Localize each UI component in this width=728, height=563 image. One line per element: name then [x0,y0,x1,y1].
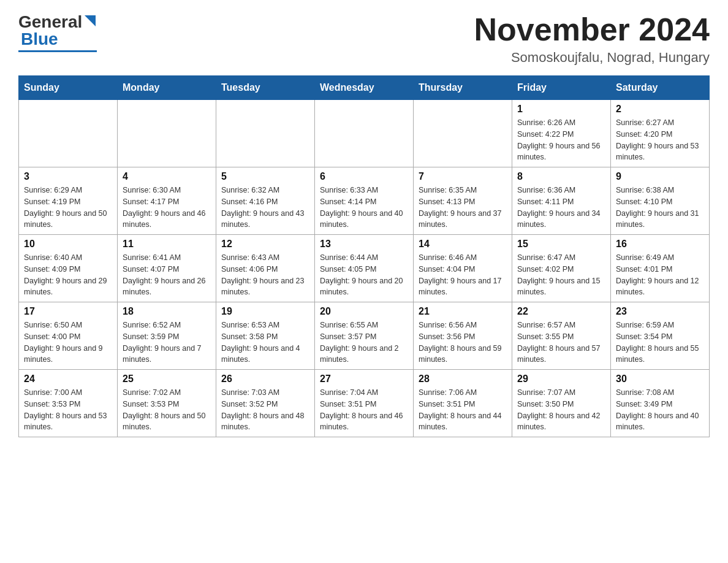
calendar-cell: 10Sunrise: 6:40 AMSunset: 4:09 PMDayligh… [19,235,118,302]
day-info: Sunrise: 6:47 AMSunset: 4:02 PMDaylight:… [517,252,605,298]
day-number: 28 [419,373,507,385]
logo-triangle-icon [83,14,97,28]
logo-underline [18,50,97,52]
calendar-cell: 12Sunrise: 6:43 AMSunset: 4:06 PMDayligh… [216,235,315,302]
calendar-cell: 1Sunrise: 6:26 AMSunset: 4:22 PMDaylight… [512,100,611,167]
day-number: 25 [123,373,211,385]
calendar-cell: 23Sunrise: 6:59 AMSunset: 3:54 PMDayligh… [611,302,710,370]
day-info: Sunrise: 7:06 AMSunset: 3:51 PMDaylight:… [419,387,507,433]
day-info: Sunrise: 6:50 AMSunset: 4:00 PMDaylight:… [24,320,112,366]
col-header-sunday: Sunday [19,76,118,100]
day-number: 22 [517,306,605,317]
logo: General Blue [18,12,97,52]
calendar-cell: 20Sunrise: 6:55 AMSunset: 3:57 PMDayligh… [315,302,414,370]
svg-marker-0 [85,15,96,26]
day-info: Sunrise: 6:56 AMSunset: 3:56 PMDaylight:… [419,320,507,366]
day-number: 10 [24,239,112,250]
day-info: Sunrise: 6:29 AMSunset: 4:19 PMDaylight:… [24,185,112,231]
day-info: Sunrise: 6:32 AMSunset: 4:16 PMDaylight:… [221,185,309,231]
day-info: Sunrise: 6:33 AMSunset: 4:14 PMDaylight:… [320,185,408,231]
day-info: Sunrise: 6:41 AMSunset: 4:07 PMDaylight:… [123,252,211,298]
col-header-monday: Monday [118,76,216,100]
calendar-cell: 3Sunrise: 6:29 AMSunset: 4:19 PMDaylight… [19,167,118,235]
month-title: November 2024 [474,12,710,47]
calendar-cell: 22Sunrise: 6:57 AMSunset: 3:55 PMDayligh… [512,302,611,370]
day-number: 9 [616,171,704,182]
col-header-thursday: Thursday [414,76,512,100]
day-number: 21 [419,306,507,317]
calendar-cell: 11Sunrise: 6:41 AMSunset: 4:07 PMDayligh… [118,235,216,302]
day-number: 20 [320,306,408,317]
day-number: 24 [24,373,112,385]
calendar-cell: 25Sunrise: 7:02 AMSunset: 3:53 PMDayligh… [118,370,216,437]
week-row-1: 1Sunrise: 6:26 AMSunset: 4:22 PMDaylight… [19,100,710,167]
day-info: Sunrise: 6:59 AMSunset: 3:54 PMDaylight:… [616,320,704,366]
col-header-friday: Friday [512,76,611,100]
day-number: 12 [221,239,309,250]
day-info: Sunrise: 6:36 AMSunset: 4:11 PMDaylight:… [517,185,605,231]
day-info: Sunrise: 7:03 AMSunset: 3:52 PMDaylight:… [221,387,309,433]
col-header-tuesday: Tuesday [216,76,315,100]
day-info: Sunrise: 6:49 AMSunset: 4:01 PMDaylight:… [616,252,704,298]
calendar-cell: 27Sunrise: 7:04 AMSunset: 3:51 PMDayligh… [315,370,414,437]
day-info: Sunrise: 6:57 AMSunset: 3:55 PMDaylight:… [517,320,605,366]
week-row-2: 3Sunrise: 6:29 AMSunset: 4:19 PMDaylight… [19,167,710,235]
day-number: 11 [123,239,211,250]
day-info: Sunrise: 6:52 AMSunset: 3:59 PMDaylight:… [123,320,211,366]
day-info: Sunrise: 6:27 AMSunset: 4:20 PMDaylight:… [616,117,704,163]
day-info: Sunrise: 6:26 AMSunset: 4:22 PMDaylight:… [517,117,605,163]
day-info: Sunrise: 6:46 AMSunset: 4:04 PMDaylight:… [419,252,507,298]
calendar-cell: 29Sunrise: 7:07 AMSunset: 3:50 PMDayligh… [512,370,611,437]
calendar-cell: 7Sunrise: 6:35 AMSunset: 4:13 PMDaylight… [414,167,512,235]
location-subtitle: Somoskoujfalu, Nograd, Hungary [474,50,710,66]
page-header: General Blue November 2024 Somoskoujfalu… [18,12,710,66]
day-number: 4 [123,171,211,182]
day-number: 3 [24,171,112,182]
calendar-cell: 14Sunrise: 6:46 AMSunset: 4:04 PMDayligh… [414,235,512,302]
day-info: Sunrise: 7:00 AMSunset: 3:53 PMDaylight:… [24,387,112,433]
day-info: Sunrise: 6:35 AMSunset: 4:13 PMDaylight:… [419,185,507,231]
calendar-cell: 28Sunrise: 7:06 AMSunset: 3:51 PMDayligh… [414,370,512,437]
day-number: 14 [419,239,507,250]
day-number: 26 [221,373,309,385]
calendar-header-row: SundayMondayTuesdayWednesdayThursdayFrid… [19,76,710,100]
day-info: Sunrise: 7:04 AMSunset: 3:51 PMDaylight:… [320,387,408,433]
calendar-cell [216,100,315,167]
logo-text-blue: Blue [21,29,58,49]
calendar-cell: 4Sunrise: 6:30 AMSunset: 4:17 PMDaylight… [118,167,216,235]
calendar-cell: 15Sunrise: 6:47 AMSunset: 4:02 PMDayligh… [512,235,611,302]
day-number: 15 [517,239,605,250]
day-info: Sunrise: 7:08 AMSunset: 3:49 PMDaylight:… [616,387,704,433]
day-number: 8 [517,171,605,182]
calendar-cell: 9Sunrise: 6:38 AMSunset: 4:10 PMDaylight… [611,167,710,235]
day-info: Sunrise: 6:30 AMSunset: 4:17 PMDaylight:… [123,185,211,231]
calendar-cell: 19Sunrise: 6:53 AMSunset: 3:58 PMDayligh… [216,302,315,370]
day-number: 13 [320,239,408,250]
calendar-cell: 18Sunrise: 6:52 AMSunset: 3:59 PMDayligh… [118,302,216,370]
calendar-cell: 16Sunrise: 6:49 AMSunset: 4:01 PMDayligh… [611,235,710,302]
calendar-table: SundayMondayTuesdayWednesdayThursdayFrid… [18,75,710,437]
day-info: Sunrise: 7:02 AMSunset: 3:53 PMDaylight:… [123,387,211,433]
calendar-cell [19,100,118,167]
day-info: Sunrise: 6:43 AMSunset: 4:06 PMDaylight:… [221,252,309,298]
calendar-cell: 8Sunrise: 6:36 AMSunset: 4:11 PMDaylight… [512,167,611,235]
day-info: Sunrise: 6:55 AMSunset: 3:57 PMDaylight:… [320,320,408,366]
day-info: Sunrise: 6:53 AMSunset: 3:58 PMDaylight:… [221,320,309,366]
day-number: 23 [616,306,704,317]
calendar-cell: 17Sunrise: 6:50 AMSunset: 4:00 PMDayligh… [19,302,118,370]
day-info: Sunrise: 6:44 AMSunset: 4:05 PMDaylight:… [320,252,408,298]
day-number: 2 [616,104,704,115]
day-number: 19 [221,306,309,317]
day-info: Sunrise: 6:38 AMSunset: 4:10 PMDaylight:… [616,185,704,231]
calendar-cell [315,100,414,167]
day-number: 5 [221,171,309,182]
day-number: 16 [616,239,704,250]
calendar-cell [414,100,512,167]
day-number: 17 [24,306,112,317]
day-info: Sunrise: 6:40 AMSunset: 4:09 PMDaylight:… [24,252,112,298]
calendar-cell: 2Sunrise: 6:27 AMSunset: 4:20 PMDaylight… [611,100,710,167]
day-number: 7 [419,171,507,182]
calendar-cell: 21Sunrise: 6:56 AMSunset: 3:56 PMDayligh… [414,302,512,370]
col-header-saturday: Saturday [611,76,710,100]
calendar-cell: 24Sunrise: 7:00 AMSunset: 3:53 PMDayligh… [19,370,118,437]
